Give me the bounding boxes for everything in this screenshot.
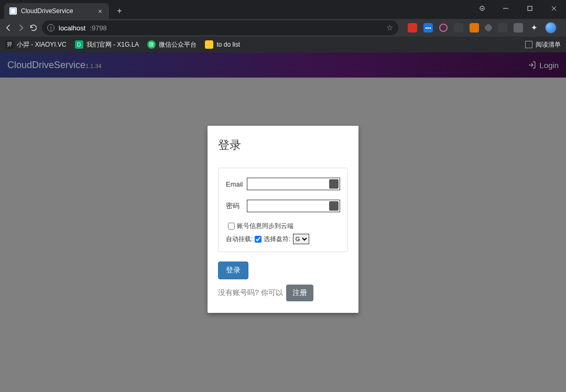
password-row: 密码 bbox=[226, 200, 340, 212]
bookmark-item-3[interactable]: 微 微信公众平台 bbox=[147, 40, 197, 49]
tab-title: CloudDriveService bbox=[21, 7, 73, 15]
tabs-region: CloudDriveService × + bbox=[0, 0, 127, 19]
browser-toolbar: i localhost:9798 ☆ ••• ✦ bbox=[0, 19, 566, 37]
window-maximize-button[interactable] bbox=[518, 0, 542, 17]
site-info-icon[interactable]: i bbox=[47, 24, 55, 31]
register-button[interactable]: 注册 bbox=[286, 285, 313, 301]
register-line: 没有账号吗? 你可以 注册 bbox=[218, 285, 348, 301]
extension-icon-3[interactable] bbox=[439, 24, 448, 32]
extension-icon-1[interactable] bbox=[408, 23, 417, 32]
new-tab-button[interactable]: + bbox=[112, 4, 127, 18]
reading-list-icon bbox=[525, 41, 532, 48]
drive-select-label: 选择盘符: bbox=[264, 235, 290, 244]
page-content: 登录 Email 密码 账号信息同步到云端 bbox=[0, 78, 566, 392]
brand-name: CloudDriveService bbox=[7, 60, 85, 70]
bookmark-label: 小羿 - XIAOYI.VC bbox=[17, 40, 67, 49]
bookmark-label: to do list bbox=[216, 41, 240, 48]
password-manager-icon[interactable] bbox=[329, 179, 339, 189]
svg-rect-2 bbox=[528, 6, 532, 10]
bookmark-icon: 羿 bbox=[5, 40, 14, 49]
extension-icon-5[interactable] bbox=[470, 23, 479, 32]
login-icon bbox=[528, 61, 536, 69]
extension-icon-8[interactable] bbox=[514, 23, 523, 32]
login-card: 登录 Email 密码 账号信息同步到云端 bbox=[208, 126, 358, 313]
browser-tab-active[interactable]: CloudDriveService × bbox=[4, 3, 109, 19]
drive-select[interactable]: G bbox=[293, 234, 309, 244]
reading-list-button[interactable]: 阅读清单 bbox=[525, 40, 561, 49]
extension-icon-6[interactable] bbox=[484, 24, 493, 32]
profile-avatar[interactable] bbox=[545, 22, 557, 34]
bookmark-item-4[interactable]: to do list bbox=[205, 40, 240, 49]
folder-icon bbox=[205, 40, 213, 49]
extensions-menu-icon[interactable]: ✦ bbox=[529, 23, 539, 32]
bookmarks-bar: 羿 小羿 - XIAOYI.VC D 我们官网 - X1G.LA 微 微信公众平… bbox=[0, 37, 566, 52]
email-row: Email bbox=[226, 178, 340, 190]
app-header: CloudDriveService1.1.34 Login bbox=[0, 52, 566, 78]
register-prefix: 没有账号吗? 你可以 bbox=[218, 288, 283, 298]
extension-icon-7[interactable] bbox=[498, 23, 507, 32]
window-titlebar: CloudDriveService × + bbox=[0, 0, 566, 19]
window-close-button[interactable] bbox=[542, 0, 566, 17]
login-submit-button[interactable]: 登录 bbox=[218, 262, 248, 279]
nav-forward-button[interactable] bbox=[17, 21, 25, 35]
sync-checkbox[interactable] bbox=[228, 223, 235, 230]
bookmark-item-1[interactable]: 羿 小羿 - XIAOYI.VC bbox=[5, 40, 67, 49]
app-brand: CloudDriveService1.1.34 bbox=[7, 60, 102, 71]
login-form: Email 密码 账号信息同步到云端 自动挂载: bbox=[218, 168, 348, 252]
reading-list-label: 阅读清单 bbox=[536, 40, 561, 49]
login-title: 登录 bbox=[218, 137, 348, 153]
url-host: localhost bbox=[59, 24, 85, 32]
browser-menu-button[interactable] bbox=[563, 24, 566, 32]
password-label: 密码 bbox=[226, 201, 247, 211]
svg-point-0 bbox=[480, 6, 484, 10]
bookmark-star-icon[interactable]: ☆ bbox=[386, 23, 393, 32]
extension-icon-2[interactable]: ••• bbox=[423, 23, 433, 32]
auto-mount-label: 自动挂载: bbox=[226, 235, 253, 244]
header-login-link[interactable]: Login bbox=[528, 61, 559, 70]
extension-icon-4[interactable] bbox=[454, 23, 463, 32]
sync-label: 账号信息同步到云端 bbox=[237, 222, 293, 231]
options-block: 账号信息同步到云端 自动挂载: 选择盘符: G bbox=[226, 222, 340, 244]
tab-close-button[interactable]: × bbox=[96, 7, 104, 15]
tab-favicon bbox=[9, 7, 17, 15]
bookmark-item-2[interactable]: D 我们官网 - X1G.LA bbox=[75, 40, 139, 49]
bookmark-icon: D bbox=[75, 40, 83, 49]
window-controls bbox=[477, 0, 566, 17]
password-manager-icon[interactable] bbox=[329, 201, 339, 211]
nav-back-button[interactable] bbox=[4, 21, 13, 35]
address-bar[interactable]: i localhost:9798 ☆ bbox=[42, 20, 398, 35]
email-input[interactable] bbox=[247, 178, 340, 190]
auto-mount-checkbox[interactable] bbox=[255, 236, 262, 243]
brand-version: 1.1.34 bbox=[85, 63, 102, 69]
bookmark-label: 微信公众平台 bbox=[159, 40, 197, 49]
bookmark-label: 我们官网 - X1G.LA bbox=[86, 40, 139, 49]
window-minimize-button[interactable] bbox=[494, 0, 518, 17]
nav-reload-button[interactable] bbox=[29, 21, 38, 35]
tab-search-icon[interactable] bbox=[477, 3, 487, 14]
password-input[interactable] bbox=[247, 200, 340, 212]
email-label: Email bbox=[226, 180, 247, 188]
extensions-area: ••• ✦ bbox=[408, 22, 566, 34]
bookmark-icon: 微 bbox=[147, 40, 156, 49]
header-login-label: Login bbox=[539, 61, 559, 70]
url-port: :9798 bbox=[90, 24, 107, 32]
